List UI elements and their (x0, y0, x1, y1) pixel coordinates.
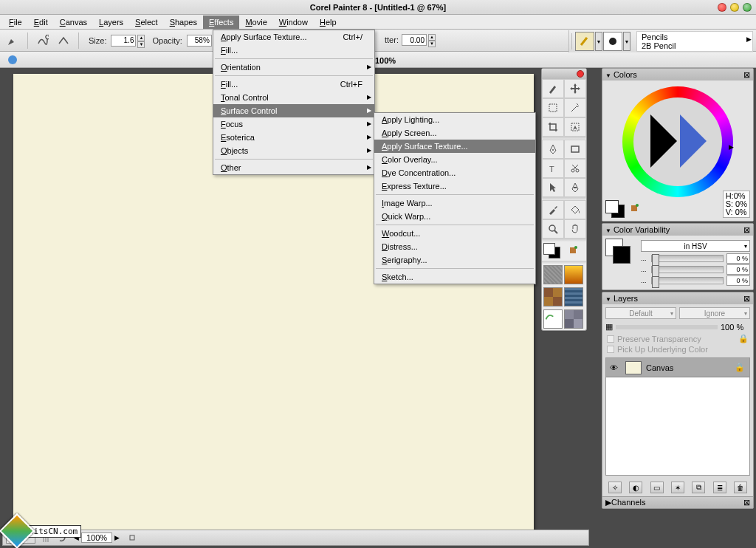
main-color-swatch[interactable] (543, 243, 555, 255)
minimize-window-button[interactable] (730, 3, 739, 12)
brush-variant-dropdown[interactable]: ▼ (623, 32, 630, 51)
menuitem-image-warp[interactable]: Image Warp... (374, 196, 535, 210)
jitter-input[interactable] (402, 34, 427, 46)
weave-thumb[interactable] (564, 287, 583, 306)
rect-select-tool[interactable] (542, 98, 564, 117)
menuitem-express-texture[interactable]: Express Texture... (374, 179, 535, 193)
pattern-thumb[interactable] (543, 287, 563, 306)
cv-swatch[interactable] (605, 239, 632, 265)
panel-close-icon[interactable]: ⊠ (743, 225, 750, 235)
menuitem-apply-surface-texture[interactable]: Apply Surface Texture...Ctrl+/ (213, 30, 374, 44)
freehand-stroke-icon[interactable]: ⟳ (35, 32, 51, 49)
shape-rect-tool[interactable] (564, 140, 586, 159)
lock-icon[interactable]: 🔒 (735, 363, 745, 372)
close-window-button[interactable] (718, 3, 726, 12)
remove-point-tool[interactable] (564, 178, 586, 197)
layer-btn-dynamic[interactable]: ✧ (608, 482, 622, 493)
layers-depth-combo[interactable]: Ignore (679, 307, 750, 319)
menuitem-apply-surface-texture[interactable]: Apply Surface Texture... (374, 140, 535, 153)
panel-close-icon[interactable]: ⊠ (743, 294, 750, 304)
menuitem-other[interactable]: Other (213, 161, 374, 174)
clone-color-icon[interactable] (566, 243, 580, 258)
layer-btn-mask[interactable]: ◐ (629, 482, 642, 493)
menu-edit[interactable]: Edit (28, 16, 54, 29)
menu-help[interactable]: Help (314, 16, 343, 29)
menuitem-color-overlay[interactable]: Color Overlay... (374, 153, 535, 166)
nav-grid-icon[interactable] (124, 530, 140, 546)
menu-canvas[interactable]: Canvas (54, 16, 93, 29)
menuitem-fill[interactable]: Fill...Ctrl+F (213, 78, 374, 91)
brush-info[interactable]: Pencils 2B Pencil (636, 31, 753, 52)
menuitem-surface-control[interactable]: Surface Control (213, 104, 374, 117)
menuitem-focus[interactable]: Focus (213, 117, 374, 131)
layer-btn-trash[interactable]: 🗑 (734, 482, 747, 493)
jitter-spinbox[interactable]: ▲▼ (402, 34, 436, 46)
menuitem-tonal-control[interactable]: Tonal Control (213, 91, 374, 104)
cv-slider-s[interactable] (651, 266, 724, 273)
menuitem-apply-screen[interactable]: Apply Screen... (374, 126, 535, 140)
zoom-window-button[interactable] (743, 3, 752, 12)
layer-btn-group[interactable]: ⧉ (692, 482, 705, 493)
nozzle-thumb[interactable] (564, 309, 583, 329)
layers-blend-combo[interactable]: Default (605, 307, 676, 319)
menuitem-fill[interactable]: Fill... (213, 44, 374, 57)
paper-texture-thumb[interactable] (543, 265, 563, 284)
grabber-tool[interactable] (564, 219, 586, 239)
magnifier-tool[interactable] (542, 219, 564, 239)
menuitem-dye-concentration[interactable]: Dye Concentration... (374, 166, 535, 179)
bucket-tool[interactable] (564, 200, 586, 219)
menuitem-objects[interactable]: Objects (213, 144, 374, 157)
look-thumb[interactable] (543, 309, 563, 329)
selection-adjust-tool[interactable] (564, 117, 586, 137)
size-spinbox[interactable]: ▲▼ (111, 35, 145, 47)
color-wheel[interactable] (622, 86, 733, 197)
pointer-tool[interactable] (542, 178, 564, 197)
menuitem-distress[interactable]: Distress... (374, 240, 535, 253)
menu-select[interactable]: Select (129, 16, 164, 29)
menu-shapes[interactable]: Shapes (164, 16, 203, 29)
layer-btn-commit[interactable]: ✶ (671, 482, 684, 493)
pickup-color-check[interactable]: Pick Up Underlying Color (602, 344, 753, 355)
dropper-tool[interactable] (542, 200, 564, 219)
crop-tool[interactable] (542, 117, 564, 137)
straight-stroke-icon[interactable] (55, 32, 72, 49)
panel-close-icon[interactable]: ⊠ (743, 70, 750, 80)
zoom-value[interactable]: 100% (81, 532, 112, 543)
scissors-tool[interactable] (564, 159, 586, 178)
menuitem-esoterica[interactable]: Esoterica (213, 131, 374, 144)
opacity-input[interactable] (187, 35, 212, 47)
menuitem-quick-warp[interactable]: Quick Warp... (374, 210, 535, 223)
layer-btn-stack[interactable]: ≣ (713, 482, 726, 493)
text-tool[interactable]: T (542, 159, 564, 178)
menu-window[interactable]: Window (273, 16, 314, 29)
panel-close-icon[interactable]: ⊠ (743, 498, 750, 507)
layer-row-canvas[interactable]: 👁 Canvas 🔒 (606, 358, 749, 377)
layer-btn-new[interactable]: ▭ (650, 482, 664, 493)
menuitem-apply-lighting[interactable]: Apply Lighting... (374, 113, 535, 126)
color-swatch-pair[interactable] (605, 200, 628, 218)
color-ring-arrow[interactable]: ▶ (729, 143, 734, 151)
menu-effects[interactable]: Effects (203, 16, 239, 29)
menuitem-woodcut[interactable]: Woodcut... (374, 227, 535, 240)
brush-category-dropdown[interactable]: ▼ (595, 32, 602, 51)
toolbox-close-button[interactable] (577, 70, 584, 78)
visibility-icon[interactable]: 👁 (606, 363, 621, 372)
move-tool[interactable] (564, 79, 586, 98)
menuitem-orientation[interactable]: Orientation (213, 61, 374, 74)
pen-tool[interactable] (542, 140, 564, 159)
cv-slider-v[interactable] (651, 277, 724, 284)
brush-category-thumb[interactable] (575, 32, 594, 51)
menu-layers[interactable]: Layers (93, 16, 129, 29)
menuitem-serigraphy[interactable]: Serigraphy... (374, 253, 535, 267)
menu-file[interactable]: File (3, 16, 28, 29)
clone-color-toggle[interactable] (629, 203, 641, 216)
brush-variant-thumb[interactable] (603, 32, 622, 51)
brush-tip-icon[interactable] (4, 32, 21, 49)
cv-slider-h[interactable] (651, 255, 724, 262)
cv-mode-select[interactable]: in HSV (641, 240, 750, 252)
toolbar-overflow-arrow[interactable]: ▶ (746, 35, 752, 43)
menuitem-sketch[interactable]: Sketch... (374, 270, 535, 284)
brush-tool[interactable] (542, 79, 564, 98)
size-input[interactable] (111, 35, 136, 47)
menu-movie[interactable]: Movie (239, 16, 272, 29)
